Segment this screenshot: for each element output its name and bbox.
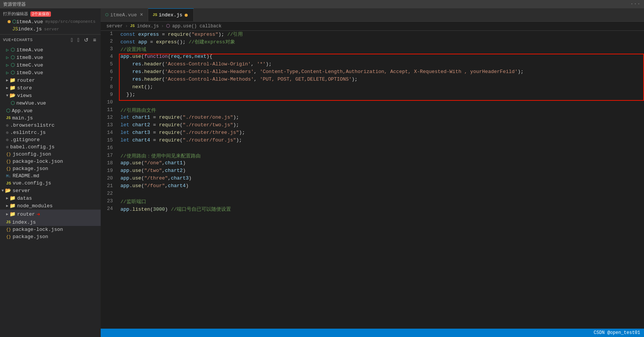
line-content: }); xyxy=(119,92,644,99)
sidebar: 打开的编辑器 2个未保存 ⬡ itmeA.vue myapp/src/compo… xyxy=(0,8,101,337)
tab-label: itmeA.vue xyxy=(110,12,137,18)
js-tab-icon: JS xyxy=(153,13,157,17)
tree-item-itmeB[interactable]: ▷ ⬡ itmeB.vue xyxy=(0,54,101,61)
tree-item-server-indexjs[interactable]: JS index.js xyxy=(0,219,101,226)
folder-icon: 📁 xyxy=(9,211,16,217)
open-file-indexjs[interactable]: JS index.js server xyxy=(0,25,101,33)
tree-item-label: jsconfig.json xyxy=(13,151,51,157)
unsaved-badge: 2个未保存 xyxy=(30,11,51,17)
line-content: app.use(function(req,res,next){ xyxy=(119,54,644,61)
open-file-itmeA[interactable]: ⬡ itmeA.vue myapp/src/components xyxy=(0,18,101,25)
tree-item-server-router[interactable]: ▶ 📁 router ➜ xyxy=(0,210,101,219)
file-icon: ⊙ xyxy=(6,123,9,128)
tree-item-itmeD[interactable]: ▷ ⬡ itmeD.vue xyxy=(0,69,101,76)
file-icon: ⊙ xyxy=(6,145,9,149)
line-number: 1 xyxy=(101,31,119,38)
tree-item-package[interactable]: {} package.json xyxy=(0,165,101,172)
file-name: itmeA.vue xyxy=(16,19,43,25)
folder-icon: 📁 xyxy=(9,203,16,209)
collapse-btn[interactable]: ≡ xyxy=(92,36,98,44)
tree-item-itmeC[interactable]: ▷ ⬡ itmeC.vue xyxy=(0,61,101,69)
tree-item-label: package-lock.json xyxy=(13,159,63,164)
tree-item-label: itmeA.vue xyxy=(16,47,43,53)
line-number: 17 xyxy=(101,153,119,160)
file-path: myapp/src/components xyxy=(45,19,95,24)
line-number: 20 xyxy=(101,175,119,183)
line-content: app.use("/four",chart4) xyxy=(119,183,644,191)
line-number: 16 xyxy=(101,145,119,153)
open-editors-text: 打开的编辑器 xyxy=(3,11,28,17)
tree-item-views[interactable]: ▼ 📂 views xyxy=(0,92,101,99)
breadcrumb-callback: app.use() callback xyxy=(172,24,222,29)
open-editors-section: 打开的编辑器 2个未保存 ⬡ itmeA.vue myapp/src/compo… xyxy=(0,8,101,34)
tree-item-server-package-lock[interactable]: {} package-lock.json xyxy=(0,226,101,233)
vue-icon: ▷ xyxy=(6,70,9,76)
json-icon: {} xyxy=(6,227,11,232)
new-file-btn[interactable]:  xyxy=(70,36,74,44)
tree-item-mainjs[interactable]: JS main.js xyxy=(0,114,101,122)
tree-item-label: package-lock.json xyxy=(13,227,63,232)
json-icon: {} xyxy=(6,167,11,171)
modified-dot xyxy=(8,20,11,23)
tab-close-btn[interactable]: × xyxy=(140,12,143,18)
breadcrumb: server › JS index.js › ⬡ app.use() callb… xyxy=(101,22,644,31)
tree-item-readme[interactable]: M↓ README.md xyxy=(0,172,101,180)
vue-file-icon: ⬡ xyxy=(12,19,16,25)
tree-item-label: package.json xyxy=(13,234,48,240)
tree-item-label: server xyxy=(13,188,30,194)
line-number: 5 xyxy=(101,61,119,69)
tree-item-node-modules[interactable]: ▶ 📁 node_modules xyxy=(0,202,101,210)
tree-item-appvue[interactable]: ⬡ App.vue xyxy=(0,107,101,114)
tree-item-label: vue.config.js xyxy=(13,180,51,186)
file-name: index.js xyxy=(18,26,42,32)
folder-icon: 📁 xyxy=(9,77,16,83)
new-folder-btn[interactable]:  xyxy=(76,36,81,44)
line-number: 24 xyxy=(101,206,119,213)
line-number: 2 xyxy=(101,38,119,46)
tree-item-itmeA[interactable]: ▷ ⬡ itmeA.vue xyxy=(0,46,101,54)
tree-item-store[interactable]: ▶ 📁 store xyxy=(0,84,101,92)
line-content: app.listen(3000) //端口号自已可以随便设置 xyxy=(119,206,644,213)
line-content: //监听端口 xyxy=(119,198,644,206)
vue-icon: ▷ xyxy=(6,47,9,53)
tree-item-jsconfig[interactable]: {} jsconfig.json xyxy=(0,151,101,158)
tree-item-package-lock[interactable]: {} package-lock.json xyxy=(0,158,101,165)
breadcrumb-indexjs: index.js xyxy=(137,24,159,29)
breadcrumb-sep2: › xyxy=(161,24,164,29)
line-content: //设置跨域 xyxy=(119,46,644,54)
tree-item-label: main.js xyxy=(12,115,33,121)
line-number: 12 xyxy=(101,114,119,122)
tree-item-server[interactable]: ▼ 📂 server xyxy=(0,187,101,194)
refresh-btn[interactable]: ↺ xyxy=(82,36,90,44)
editor-area: ⬡ itmeA.vue × JS index.js server › JS in… xyxy=(101,8,644,337)
arrow-icon: ▼ xyxy=(6,94,8,98)
line-content: let chart1 = require("./router/one.js"); xyxy=(119,114,644,122)
status-bar: CSDN @open_test01 xyxy=(101,329,644,337)
tree-item-newVue[interactable]: ⬡ newVue.vue xyxy=(0,99,101,107)
tree-item-eslintrc[interactable]: ⊙ .eslintrc.js xyxy=(0,129,101,136)
title-bar: 资源管理器 ··· xyxy=(0,0,644,8)
tree-item-gitignore[interactable]: ⊙ .gitignore xyxy=(0,136,101,143)
tree-item-vueconfig[interactable]: JS vue.config.js xyxy=(0,180,101,187)
tree-item-router[interactable]: ▶ 📁 router xyxy=(0,76,101,84)
breadcrumb-js-icon: JS xyxy=(130,24,134,28)
tree-item-datas[interactable]: ▶ 📁 datas xyxy=(0,194,101,202)
code-editor[interactable]: 1const express = require("express"); //引… xyxy=(101,31,644,329)
title-bar-menu[interactable]: ··· xyxy=(630,2,641,7)
tree-item-browserslistrc[interactable]: ⊙ .browserslistrc xyxy=(0,122,101,129)
title-bar-title: 资源管理器 xyxy=(3,1,26,8)
vue-color-icon: ⬡ xyxy=(11,47,15,53)
breadcrumb-server: server xyxy=(106,24,123,29)
folder-icon: 📁 xyxy=(9,85,16,91)
tab-indexjs[interactable]: JS index.js xyxy=(148,8,194,22)
tree-item-label: itmeC.vue xyxy=(16,62,43,68)
line-content xyxy=(119,145,644,153)
arrow-icon: ▶ xyxy=(6,203,8,208)
tree-item-babel[interactable]: ⊙ babel.config.js xyxy=(0,143,101,151)
tab-itmeA[interactable]: ⬡ itmeA.vue × xyxy=(101,8,148,22)
tree-item-label: package.json xyxy=(13,166,48,172)
tree-item-server-package[interactable]: {} package.json xyxy=(0,233,101,240)
line-number: 21 xyxy=(101,183,119,191)
open-editors-label[interactable]: 打开的编辑器 2个未保存 xyxy=(0,10,101,18)
tree-item-label: newVue.vue xyxy=(16,100,46,106)
